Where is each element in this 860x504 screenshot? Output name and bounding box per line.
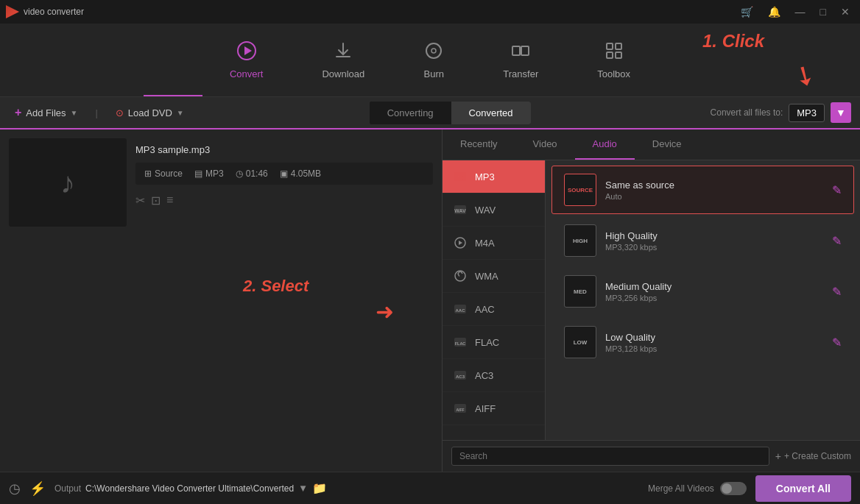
nav-toolbox[interactable]: Toolbox [582,35,645,85]
aac-icon: AAC [451,300,469,318]
merge-toggle[interactable] [720,482,747,495]
merge-section: Merge All Videos [648,482,747,495]
ac3-label: AC3 [475,370,493,381]
toolbox-icon [604,40,624,65]
flash-icon[interactable]: ⚡ [29,480,46,497]
tab-video[interactable]: Video [515,129,575,160]
quality-item-low[interactable]: LOW Low Quality MP3,128 kbps ✎ [551,318,854,366]
quality-item-medium[interactable]: MED Medium Quality MP3,256 kbps ✎ [551,267,854,316]
burn-label: Burn [424,68,444,79]
format-item-aac[interactable]: AAC AAC [443,293,545,326]
svg-rect-7 [616,43,621,49]
minimize-button[interactable]: — [791,4,810,19]
tab-group: Converting Converted [370,102,531,124]
add-files-button[interactable]: + Add Files ▼ [9,103,83,122]
tab-converting[interactable]: Converting [370,102,451,124]
flac-label: FLAC [475,337,499,348]
tab-audio[interactable]: Audio [575,129,635,160]
convert-all-group: Convert all files to: MP3 ▼ [711,102,851,123]
tab-converted[interactable]: Converted [451,102,531,124]
format-item-m4a[interactable]: M4A [443,227,545,260]
wma-icon [451,267,469,285]
effects-icon[interactable]: ≡ [166,194,173,207]
format-item-ac3[interactable]: AC3 AC3 [443,359,545,392]
format-dropdown-button[interactable]: ▼ [831,102,851,123]
svg-point-15 [455,271,465,281]
nav-transfer[interactable]: Transfer [488,35,553,85]
folder-icon[interactable]: 📁 [312,481,327,495]
annotation-click: 1. Click [702,31,764,52]
format-item-aiff[interactable]: AIFF AIFF [443,392,545,425]
nav-burn[interactable]: Burn [409,35,459,85]
file-meta: ⊞ Source ▤ MP3 ◷ 01:46 ▣ 4.05MB [135,163,433,185]
create-custom-button[interactable]: + + Create Custom [775,450,851,462]
format-panel: Recently Video Audio Device MP3 MP3 [442,129,860,472]
bell-icon[interactable]: 🔔 [764,4,785,19]
m4a-label: M4A [475,238,495,249]
filesize-meta: ▣ 4.05MB [280,168,321,179]
close-button[interactable]: ✕ [836,4,854,19]
dvd-icon: ⊙ [116,107,124,118]
toolbar: + Add Files ▼ | ⊙ Load DVD ▼ Converting … [0,97,860,129]
file-info: MP3 sample.mp3 ⊞ Source ▤ MP3 ◷ 01:46 ▣ … [135,138,433,207]
aiff-label: AIFF [475,403,496,414]
add-files-dropdown-icon[interactable]: ▼ [71,109,78,117]
format-item-flac[interactable]: FLAC FLAC [443,326,545,359]
toolbar-divider-1: | [95,107,97,118]
bottom-bar: ◷ ⚡ Output C:\Wondershare Video Converte… [0,472,860,504]
quality-detail-source: Auto [605,192,823,201]
quality-item-same-as-source[interactable]: SOURCE Same as source Auto ✎ [551,166,854,214]
app-title: video converter [24,7,84,17]
format-tabs: Recently Video Audio Device [443,129,860,160]
duration-meta: ◷ 01:46 [236,168,268,179]
aac-label: AAC [475,304,495,315]
edit-high-icon[interactable]: ✎ [832,234,842,248]
tab-recently[interactable]: Recently [443,129,515,160]
maximize-button[interactable]: □ [816,4,831,19]
output-section: Output C:\Wondershare Video Converter Ul… [54,481,327,495]
main-area: ♪ MP3 sample.mp3 ⊞ Source ▤ MP3 ◷ 01:46 … [0,129,860,472]
svg-point-2 [426,43,441,58]
ac3-icon: AC3 [451,366,469,384]
add-files-label: Add Files [26,107,66,118]
low-thumb: LOW [564,326,596,358]
crop-icon[interactable]: ⊡ [151,194,161,207]
nav-download[interactable]: Download [307,35,379,85]
load-dvd-button[interactable]: ⊙ Load DVD ▼ [110,104,190,121]
source-label: ⊞ Source [144,168,183,179]
format-item-wav[interactable]: WAV WAV [443,194,545,227]
title-bar: video converter 🛒 🔔 — □ ✕ [0,0,860,24]
cart-icon[interactable]: 🛒 [736,4,758,19]
edit-medium-icon[interactable]: ✎ [832,285,842,299]
format-item-wma[interactable]: WMA [443,260,545,293]
format-search-input[interactable] [451,447,769,466]
cut-icon[interactable]: ✂ [135,194,145,207]
source-thumb: SOURCE [564,174,596,206]
format-select-display: MP3 [789,104,825,122]
plus-icon: + [15,106,21,119]
clock-icon-bottom[interactable]: ◷ [9,480,21,497]
convert-all-button[interactable]: Convert All [755,475,851,502]
svg-rect-4 [512,46,520,55]
output-dropdown-button[interactable]: ▼ [298,483,308,494]
convert-icon [236,40,257,65]
edit-source-icon[interactable]: ✎ [832,183,842,197]
high-thumb: HIGH [564,224,596,257]
quality-detail-medium: MP3,256 kbps [605,294,823,302]
quality-info-medium: Medium Quality MP3,256 kbps [605,281,823,302]
quality-detail-high: MP3,320 kbps [605,243,823,252]
tab-device[interactable]: Device [635,129,699,160]
nav-convert[interactable]: Convert [215,35,278,85]
svg-marker-1 [244,46,252,55]
quality-item-high[interactable]: HIGH High Quality MP3,320 kbps ✎ [551,216,854,265]
quality-list: SOURCE Same as source Auto ✎ HIGH High Q… [546,160,860,440]
wav-icon: WAV [451,201,469,219]
convert-label: Convert [230,68,264,79]
merge-label: Merge All Videos [648,483,714,494]
format-search-bar: + + Create Custom [443,440,860,472]
format-item-mp3[interactable]: MP3 MP3 [443,160,545,194]
svg-text:MP3: MP3 [455,175,466,180]
svg-text:WAV: WAV [454,208,466,213]
edit-low-icon[interactable]: ✎ [832,336,842,349]
dvd-dropdown-icon[interactable]: ▼ [177,109,184,117]
